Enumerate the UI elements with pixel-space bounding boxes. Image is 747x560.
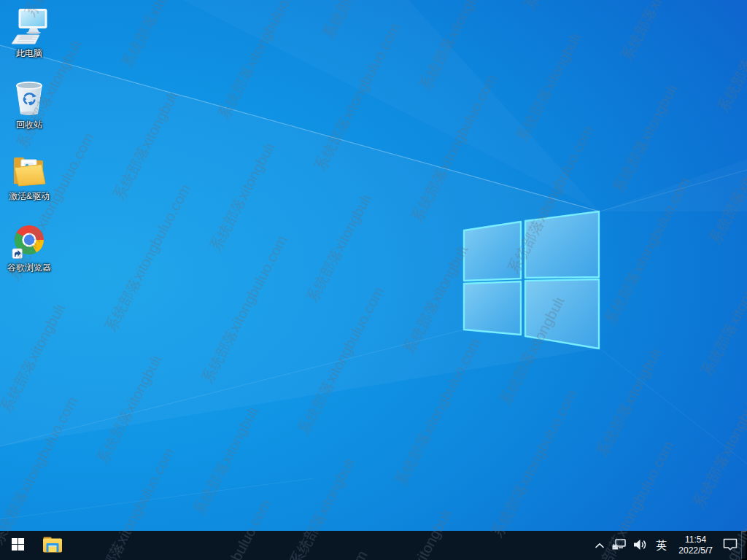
windows-logo-wallpaper: [464, 211, 599, 349]
volume-icon: [633, 539, 647, 553]
desktop-icon-grid: 此电脑: [1, 6, 57, 292]
wallpaper-light-rays-and-windows-logo: [0, 0, 747, 531]
desktop-icon-chrome[interactable]: 谷歌浏览器: [1, 220, 57, 292]
desktop-icon-label: 此电脑: [16, 48, 42, 58]
clock-time: 11:54: [685, 534, 706, 545]
tray-volume-button[interactable]: [630, 531, 651, 560]
chevron-up-icon: [595, 540, 605, 551]
file-explorer-icon: [43, 537, 62, 555]
network-icon: [612, 539, 626, 553]
ime-language-indicator[interactable]: 英: [651, 531, 672, 560]
recycle-bin-icon: [14, 79, 44, 117]
desktop-icon-label: 谷歌浏览器: [7, 262, 51, 273]
folder-icon: [12, 150, 47, 188]
taskbar-clock[interactable]: 11:54 2022/5/7: [672, 531, 719, 560]
tray-chevron-up-button[interactable]: [591, 531, 608, 560]
desktop-icon-label: 激活&驱动: [9, 191, 50, 201]
start-windows-logo-icon: [12, 538, 24, 553]
desktop-icon-this-pc[interactable]: 此电脑: [1, 6, 57, 77]
desktop-icon-recycle-bin[interactable]: 回收站: [1, 77, 57, 149]
start-button[interactable]: [0, 531, 35, 560]
desktop-icon-label: 回收站: [16, 120, 42, 130]
desktop-background[interactable]: 此电脑: [0, 0, 747, 531]
this-pc-icon: [10, 7, 48, 45]
tray-network-button[interactable]: [608, 531, 630, 560]
system-tray: 英 11:54 2022/5/7: [591, 531, 747, 560]
action-center-button[interactable]: [719, 531, 741, 560]
show-desktop-button[interactable]: [741, 531, 747, 560]
action-center-icon: [723, 538, 738, 553]
desktop-icon-activation-drivers[interactable]: 激活&驱动: [1, 149, 57, 220]
chrome-icon: [12, 222, 47, 260]
clock-date: 2022/5/7: [678, 545, 713, 556]
file-explorer-taskbar-button[interactable]: [35, 531, 70, 560]
taskbar: 英 11:54 2022/5/7: [0, 531, 747, 560]
shortcut-arrow-badge: [12, 249, 23, 259]
